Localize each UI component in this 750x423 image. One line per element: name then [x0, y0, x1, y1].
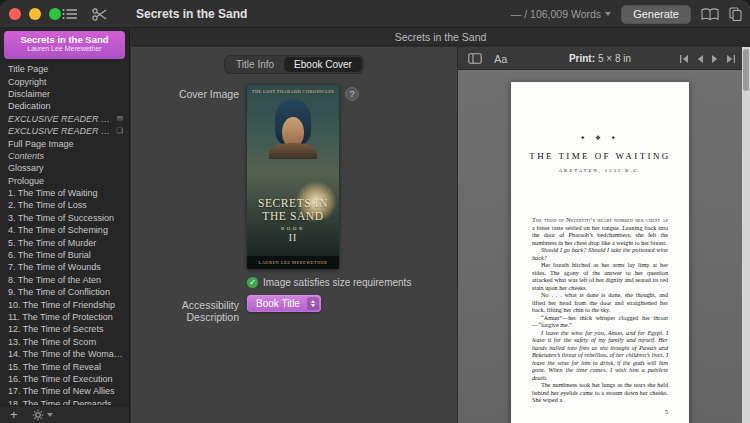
sidebar-item[interactable]: 3. The Time of Succession: [0, 212, 129, 224]
settings-button[interactable]: [32, 409, 53, 421]
sidebar-item-label: Dedication: [8, 101, 123, 111]
sidebar-item[interactable]: 14. The Time of the Woman King: [0, 348, 129, 360]
minimize-button[interactable]: [29, 8, 41, 20]
help-button[interactable]: ?: [345, 87, 359, 101]
sidebar-item[interactable]: 6. The Time of Burial: [0, 249, 129, 261]
chapter-title: THE TIME OF WAITING: [511, 151, 689, 161]
sidebar-item-label: 5. The Time of Murder: [8, 238, 123, 248]
cover-art-shoulders: [269, 143, 317, 159]
sidebar-item-label: 1. The Time of Waiting: [8, 188, 123, 198]
sidebar-item-label: Copyright: [8, 77, 123, 87]
preview-book-icon[interactable]: [701, 8, 719, 21]
sidebar-item-label: 4. The Time of Scheming: [8, 225, 123, 235]
window-title: Secrets in the Sand: [136, 0, 247, 28]
sidebar-item[interactable]: Full Page Image: [0, 137, 129, 149]
sidebar-item[interactable]: Dedication: [0, 100, 129, 112]
sidebar-item-label: 2. The Time of Loss: [8, 200, 123, 210]
sidebar-item[interactable]: Glossary: [0, 162, 129, 174]
sidebar-item[interactable]: Contents: [0, 150, 129, 162]
scissors-icon[interactable]: [92, 8, 107, 21]
cover-series-title: THE LOST PHARAOH CHRONICLES: [247, 89, 339, 94]
sidebar-item[interactable]: Prologue: [0, 175, 129, 187]
export-pages-icon[interactable]: [729, 7, 742, 21]
cover-book-label: BOOK: [247, 226, 339, 231]
sidebar-item-label: 17. The Time of New Allies: [8, 386, 123, 396]
cover-title-line1: SECRETS IN: [247, 197, 339, 210]
add-button[interactable]: +: [10, 408, 18, 421]
next-page-icon[interactable]: [711, 54, 719, 64]
sidebar-item[interactable]: EXCLUSIVE READER OFFER: [0, 125, 129, 137]
scrollbar-thumb[interactable]: [743, 49, 749, 91]
generate-button[interactable]: Generate: [621, 5, 691, 24]
word-count-dropdown[interactable]: — / 106,009 Words: [511, 8, 611, 20]
vertical-scrollbar[interactable]: [742, 47, 750, 423]
sidebar-item[interactable]: 7. The Time of Wounds: [0, 261, 129, 273]
sidebar-item-label: Prologue: [8, 176, 123, 186]
book-paragraph: The thud of Nefertiti’s heart numbed her…: [532, 216, 668, 246]
sidebar-item-label: Glossary: [8, 163, 123, 173]
accessibility-label: Accessibility Description: [131, 299, 239, 323]
book-paragraph: “Amun”—her thick whisper clogged her thr…: [532, 314, 668, 329]
sidebar-item[interactable]: Copyright: [0, 75, 129, 87]
sidebar-item[interactable]: 15. The Time of Reveal: [0, 360, 129, 372]
book-card-author: Lauren Lee Merewether: [4, 45, 125, 53]
word-count-label: — / 106,009 Words: [511, 8, 601, 20]
sidebar-item-label: 13. The Time of Scorn: [8, 337, 123, 347]
sidebar-item[interactable]: 4. The Time of Scheming: [0, 224, 129, 236]
sidebar-item-label: 12. The Time of Secrets: [8, 324, 123, 334]
sidebar-item-label: EXCLUSIVE READER OFFER: [8, 126, 116, 136]
sidebar-item-icon: [117, 113, 123, 125]
sidebar-item[interactable]: 16. The Time of Execution: [0, 373, 129, 385]
sidebar-item[interactable]: 13. The Time of Scorn: [0, 336, 129, 348]
book-page: ✦ ❖ ✦ THE TIME OF WAITING AKETATEN, 1332…: [511, 82, 689, 423]
sidebar-item[interactable]: 8. The Time of the Aten: [0, 274, 129, 286]
sidebar-item[interactable]: 11. The Time of Protection: [0, 311, 129, 323]
accessibility-dropdown-value: Book Title: [256, 298, 300, 309]
sidebar-item-label: 6. The Time of Burial: [8, 250, 123, 260]
accessibility-dropdown[interactable]: Book Title: [247, 295, 321, 312]
go-first-page-icon[interactable]: [679, 54, 689, 64]
tab-title-info[interactable]: Title Info: [226, 57, 284, 72]
cover-image-label: Cover Image: [131, 88, 239, 100]
sidebar-item[interactable]: 9. The Time of Confliction: [0, 286, 129, 298]
preview-canvas: ✦ ❖ ✦ THE TIME OF WAITING AKETATEN, 1332…: [458, 70, 750, 423]
tab-ebook-cover[interactable]: Ebook Cover: [284, 57, 362, 72]
sidebar-item[interactable]: 12. The Time of Secrets: [0, 323, 129, 335]
sidebar-item-label: Full Page Image: [8, 139, 123, 149]
cover-book-numeral: II: [247, 233, 339, 243]
book-paragraph: Should I go back? Should I take the pois…: [532, 246, 668, 261]
close-button[interactable]: [9, 8, 21, 20]
book-paragraph: The numbness took her lungs as the tears…: [532, 381, 668, 404]
preview-panel: Aa Print: 5 × 8 in: [457, 47, 750, 423]
sidebar-item[interactable]: Disclaimer: [0, 88, 129, 100]
sidebar-item[interactable]: Title Page: [0, 63, 129, 75]
sidebar-item-label: 7. The Time of Wounds: [8, 262, 123, 272]
editor-panel: Title Info Ebook Cover Cover Image THE L…: [131, 47, 457, 423]
sidebar-item[interactable]: 1. The Time of Waiting: [0, 187, 129, 199]
book-card-title: Secrets in the Sand: [4, 34, 125, 45]
page-navigation: [679, 47, 736, 70]
go-last-page-icon[interactable]: [726, 54, 736, 64]
sidebar-item[interactable]: 2. The Time of Loss: [0, 199, 129, 211]
sidebar-item[interactable]: 5. The Time of Murder: [0, 236, 129, 248]
sidebar-item[interactable]: EXCLUSIVE READER OFFER: [0, 113, 129, 125]
sidebar-item-label: 15. The Time of Reveal: [8, 362, 123, 372]
sidebar-item[interactable]: 17. The Time of New Allies: [0, 385, 129, 397]
sidebar-item[interactable]: 10. The Time of Friendship: [0, 298, 129, 310]
cover-tabs: Title Info Ebook Cover: [224, 55, 364, 74]
cover-author: LAUREN LEE MEREWETHER: [247, 256, 339, 269]
cover-title: SECRETS IN THE SAND: [247, 197, 339, 222]
updown-chevrons-icon: [307, 297, 319, 310]
contents-list-icon[interactable]: [62, 8, 78, 20]
sidebar-item[interactable]: 18. The Time of Demands: [0, 398, 129, 405]
zoom-button[interactable]: [49, 8, 61, 20]
sidebar-item-label: 11. The Time of Protection: [8, 312, 123, 322]
print-value: 5 × 8 in: [598, 53, 631, 64]
cover-image[interactable]: THE LOST PHARAOH CHRONICLES SECRETS IN T…: [247, 85, 339, 269]
gear-icon: [32, 409, 44, 421]
sidebar-item-label: EXCLUSIVE READER OFFER: [8, 114, 117, 124]
previous-page-icon[interactable]: [696, 54, 704, 64]
validation-row: Image satisfies size requirements: [247, 277, 411, 288]
book-card[interactable]: Secrets in the Sand Lauren Lee Merewethe…: [4, 31, 125, 59]
book-paragraph: I leave the wine for you, Amun, and for …: [532, 329, 668, 382]
